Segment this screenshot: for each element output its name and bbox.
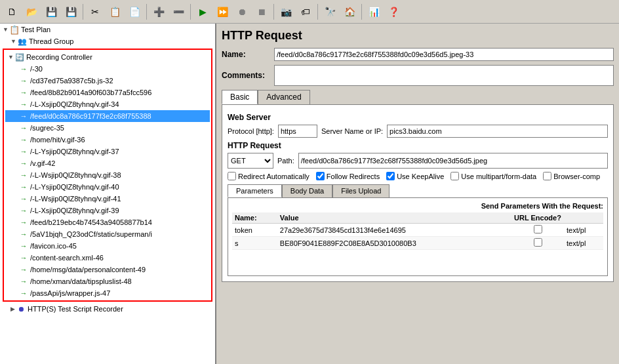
sub-tab-parameters-content: Send Parameters With the Request: Name: … (228, 197, 608, 276)
tree-label-r3: /feed/8b82b9014a90f603b77a5fcc596 (30, 89, 151, 96)
list-item[interactable]: → /favicon.ico-45 (5, 240, 210, 252)
http-icon-r17: → (18, 253, 29, 263)
browser-comp-checkbox[interactable] (543, 172, 551, 180)
tree-label-testplan: Test Plan (21, 26, 50, 33)
tree-item-recording-controller[interactable]: ▼ 🔄 Recording Controller (5, 51, 210, 63)
col-value: Value (277, 212, 511, 224)
tab-basic[interactable]: Basic (222, 90, 258, 104)
remote-button[interactable]: 🔭 (321, 3, 339, 21)
list-item[interactable]: → /passApi/js/wrapper.js-47 (5, 287, 210, 299)
checkbox-redirect-auto[interactable]: Redirect Automatically (228, 172, 310, 180)
list-item[interactable]: → /-L-Ysjip0QlZ8tyhnq/v.gif-37 (5, 146, 210, 157)
checkbox-follow-redirects[interactable]: Follow Redirects (316, 172, 380, 180)
chart-button[interactable]: 📊 (365, 3, 383, 21)
list-item[interactable]: → /-L-Xsjip0QlZ8tyhnq/v.gif-39 (5, 205, 210, 216)
param-value-2: BE80F9041E889F2C08E8A5D3010080B3 (277, 237, 511, 250)
list-item[interactable]: → /content-search.xml-46 (5, 252, 210, 264)
browser-comp-label: Browser-comp (553, 172, 600, 180)
checkbox-browser-comp[interactable]: Browser-comp (543, 172, 600, 180)
list-item[interactable]: → /home/msg/data/personalcontent-49 (5, 264, 210, 275)
tree-item-testplan[interactable]: ▼ 📋 Test Plan (0, 24, 215, 35)
list-item[interactable]: → /5aV1bjqh_Q23odCf/static/superman/i (5, 228, 210, 240)
threadgroup-icon: 👥 (17, 36, 28, 47)
list-item[interactable]: → /-L-Ysjip0QlZ8tyhnq/v.gif-40 (5, 181, 210, 193)
http-icon-r6: → (18, 123, 29, 133)
param-contenttype-1: text/pl (564, 224, 603, 237)
tree-label-r20: /passApi/js/wrapper.js-47 (30, 289, 110, 297)
sub-tab-filesupload[interactable]: Files Upload (332, 184, 389, 197)
name-input[interactable] (274, 48, 614, 61)
server-label: Server Name or IP: (321, 127, 383, 135)
save-as-button[interactable]: 💾 (62, 3, 80, 21)
tree-item-threadgroup[interactable]: ▼ 👥 Thread Group (0, 35, 215, 47)
sub-tab-bodydata[interactable]: Body Data (282, 184, 332, 197)
label-button[interactable]: 🏷 (296, 3, 315, 21)
checkbox-multipart[interactable]: Use multipart/form-data (450, 172, 536, 180)
list-item[interactable]: → /-L-Wsjip0QlZ8tyhnq/v.gif-41 (5, 193, 210, 205)
method-select[interactable]: GET POST PUT DELETE (228, 153, 273, 169)
params-table: Name: Value URL Encode? token 27a29e3675… (232, 212, 603, 250)
list-item[interactable]: → /feed/8b82b9014a90f603b77a5fcc596 (5, 87, 210, 98)
param-encode-1[interactable] (511, 224, 564, 237)
param-encode-2[interactable] (511, 237, 564, 250)
encode-checkbox-1[interactable] (534, 225, 542, 233)
tree-item-testrecorder[interactable]: ▶ ⏺ HTTP(S) Test Script Recorder (0, 303, 215, 315)
shutdown-button[interactable]: ⏹ (252, 3, 271, 21)
cut-button[interactable]: ✂ (86, 3, 104, 21)
http-icon-r11: → (18, 182, 29, 192)
keepalive-label: Use KeepAlive (397, 172, 444, 180)
list-item[interactable]: → /v.gif-42 (5, 157, 210, 169)
list-item[interactable]: → /-30 (5, 63, 210, 75)
list-item[interactable]: → /feed/b219ebc4b74543a94058877b14 (5, 216, 210, 228)
expand-threadgroup[interactable]: ▼ (10, 38, 16, 45)
screenshot-button[interactable]: 📷 (277, 3, 295, 21)
sub-tab-parameters[interactable]: Parameters (228, 184, 282, 197)
open-button[interactable]: 📂 (22, 3, 41, 21)
tree-label-r1: /-30 (30, 65, 43, 73)
list-item[interactable]: → /sugrec-35 (5, 122, 210, 134)
server-input[interactable] (387, 125, 608, 138)
start-button[interactable]: ▶ (193, 3, 212, 21)
http-icon-r18: → (18, 264, 29, 275)
list-item[interactable]: → /home/xman/data/tipspluslist-48 (5, 275, 210, 287)
list-item[interactable]: → /cd37ed75a9387c5b.js-32 (5, 75, 210, 87)
list-item[interactable]: → /-L-Wsjip0QlZ8tyhnq/v.gif-38 (5, 169, 210, 181)
http-icon-r1: → (18, 64, 29, 74)
panel-title: HTTP Request (222, 29, 614, 43)
toolbar: 🗋 📂 💾 💾 ✂ 📋 📄 ➕ ➖ ▶ ⏩ ⏺ ⏹ 📷 🏷 🔭 🏠 📊 ❓ (0, 0, 619, 24)
tab-advanced[interactable]: Advanced (258, 90, 310, 104)
http-icon-r4: → (18, 99, 29, 110)
checkbox-keepalive[interactable]: Use KeepAlive (386, 172, 444, 180)
comments-input[interactable] (274, 65, 614, 86)
redirect-auto-checkbox[interactable] (228, 172, 236, 180)
expand-testplan[interactable]: ▼ (3, 26, 9, 33)
encode-checkbox-2[interactable] (534, 238, 542, 247)
http-icon-r16: → (18, 241, 29, 251)
help-button[interactable]: ❓ (384, 3, 403, 21)
stop-button[interactable]: ⏺ (233, 3, 251, 21)
multipart-checkbox[interactable] (450, 172, 459, 180)
list-item[interactable]: → /home/hit/v.gif-36 (5, 134, 210, 146)
save-button[interactable]: 💾 (42, 3, 60, 21)
follow-redirects-checkbox[interactable] (316, 172, 325, 180)
protocol-input[interactable] (278, 125, 317, 138)
main-tabs: Basic Advanced (222, 90, 614, 104)
list-item[interactable]: → /feed/d0c8a786c9177f3e2c68f755388 (5, 110, 210, 122)
path-input[interactable] (298, 153, 608, 169)
keepalive-checkbox[interactable] (386, 172, 395, 180)
tree-label-recording-controller: Recording Controller (26, 53, 92, 61)
http-icon-r7: → (18, 134, 29, 145)
expand-testrecorder[interactable]: ▶ (10, 306, 15, 312)
tree-label-threadgroup: Thread Group (29, 37, 73, 45)
start-no-pause-button[interactable]: ⏩ (213, 3, 231, 21)
home-button[interactable]: 🏠 (340, 3, 359, 21)
expand-recording[interactable]: ▼ (8, 54, 14, 60)
paste-button[interactable]: 📄 (125, 3, 144, 21)
list-item[interactable]: → /-L-Xsjip0QlZ8tyhnq/v.gif-34 (5, 98, 210, 110)
tree-label-r17: /content-search.xml-46 (30, 254, 104, 262)
new-button[interactable]: 🗋 (3, 3, 21, 21)
recording-group: ▼ 🔄 Recording Controller → /-30 → /cd37e… (3, 49, 212, 302)
add-button[interactable]: ➕ (150, 3, 168, 21)
remove-button[interactable]: ➖ (169, 3, 188, 21)
copy-button[interactable]: 📋 (106, 3, 124, 21)
